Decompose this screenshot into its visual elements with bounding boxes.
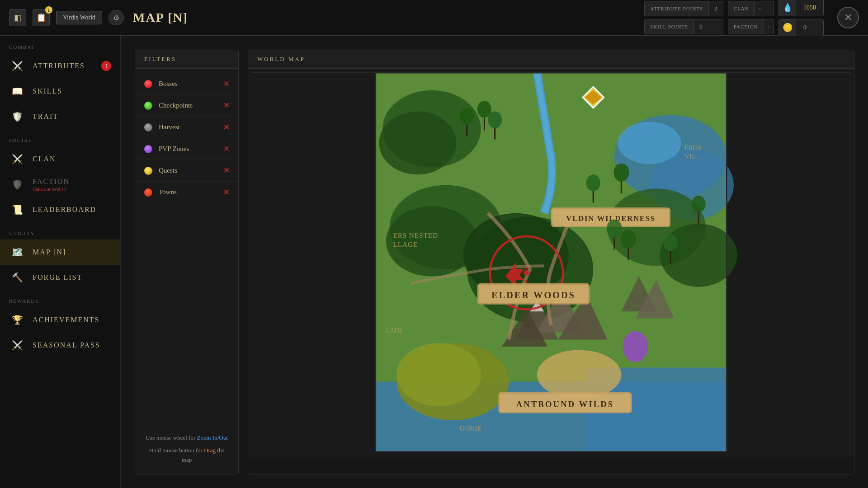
sidebar-item-map[interactable]: 🗺️ MAP [N] — [0, 239, 120, 265]
checkpoints-dot — [144, 102, 152, 110]
quests-label: Quests — [159, 167, 217, 174]
harvest-dot — [144, 123, 152, 131]
forge-icon: 🔨 — [9, 269, 25, 286]
skill-points-label: SKILL POINTS — [645, 19, 694, 34]
sidebar-item-forgelist[interactable]: 🔨 FORGE LIST — [0, 265, 120, 290]
currency2-icon: 🪙 — [779, 19, 796, 36]
sidebar-item-leaderboard[interactable]: 📜 LEADERBOARD — [0, 197, 120, 222]
faction-icon: 🛡️ — [9, 176, 25, 192]
sidebar-item-achievements[interactable]: 🏆 ACHIEVEMENTS — [0, 307, 120, 333]
trait-label: TRAIT — [33, 113, 58, 121]
filter-instructions: Use mouse wheel for Zoom In/Out Hold mou… — [135, 424, 238, 474]
clan-label: CLAN — [728, 1, 755, 16]
svg-point-24 — [537, 350, 621, 399]
filters-header: FILTERS — [135, 50, 238, 69]
trait-icon: 🛡️ — [9, 108, 25, 125]
notification-badge: 1 — [45, 6, 52, 14]
towns-toggle[interactable]: ✕ — [223, 188, 229, 197]
svg-text:ELDER WOODS: ELDER WOODS — [491, 290, 576, 300]
harvest-toggle[interactable]: ✕ — [223, 123, 229, 131]
clan-icon: ⚔️ — [9, 151, 25, 167]
quests-dot — [144, 167, 152, 175]
pvp-dot — [144, 145, 152, 153]
sidebar-item-faction[interactable]: 🛡️ FACTION Unlock at level 10 — [0, 172, 120, 197]
map-container[interactable]: VLDIN WILDERNESS ELDER WOODS ANTBOUND WI… — [252, 72, 850, 452]
svg-point-63 — [692, 196, 706, 212]
currency1-amount: 1050 — [796, 4, 823, 11]
harvest-label: Harvest — [159, 123, 217, 131]
checkpoints-toggle[interactable]: ✕ — [223, 101, 229, 110]
world-map-svg[interactable]: VLDIN WILDERNESS ELDER WOODS ANTBOUND WI… — [252, 73, 850, 452]
sidebar-item-attributes[interactable]: ⚔️ ATTRIBUTES ! — [0, 53, 120, 79]
settings-icon[interactable]: ⚙ — [108, 10, 124, 25]
clan-stat: CLAN - — [728, 1, 774, 16]
seasonalpass-icon: ⚔️ — [9, 337, 25, 353]
sidebar-item-clan[interactable]: ⚔️ CLAN — [0, 146, 120, 172]
sidebar-item-trait[interactable]: 🛡️ TRAIT — [0, 104, 120, 129]
sidebar-item-seasonalpass[interactable]: ⚔️ SEASONAL PASS — [0, 333, 120, 358]
attribute-points-stat: ATTRIBUTE POINTS 2 — [644, 1, 723, 16]
inventory-icon[interactable]: ◧ — [9, 9, 26, 26]
currency2-amount: 0 — [796, 24, 814, 31]
skills-label: SKILLS — [33, 87, 62, 95]
leaderboard-label: LEADERBOARD — [33, 206, 96, 214]
towns-label: Towns — [159, 188, 217, 196]
bosses-toggle[interactable]: ✕ — [223, 80, 229, 88]
filters-panel: FILTERS Bosses ✕ Checkpoints ✕ Harvest ✕… — [135, 50, 239, 474]
svg-point-7 — [379, 111, 456, 174]
world-tab[interactable]: Virdis World — [56, 11, 102, 24]
filter-towns[interactable]: Towns ✕ — [135, 182, 238, 203]
svg-text:VIL...: VIL... — [684, 153, 702, 160]
faction-nav-label: FACTION Unlock at level 10 — [33, 178, 70, 192]
faction-label: FACTION — [728, 19, 764, 34]
sidebar: COMBAT ⚔️ ATTRIBUTES ! 📖 SKILLS 🛡️ TRAIT… — [0, 36, 121, 488]
filter-bosses[interactable]: Bosses ✕ — [135, 73, 238, 95]
svg-point-37 — [524, 270, 529, 276]
svg-point-35 — [586, 174, 600, 191]
sidebar-item-skills[interactable]: 📖 SKILLS — [0, 79, 120, 104]
section-combat: COMBAT — [0, 36, 120, 53]
svg-point-23 — [396, 343, 481, 406]
clan-nav-label: CLAN — [33, 155, 56, 163]
quests-toggle[interactable]: ✕ — [223, 166, 229, 175]
svg-point-27 — [460, 108, 474, 125]
filter-checkpoints[interactable]: Checkpoints ✕ — [135, 95, 238, 117]
pvpzones-toggle[interactable]: ✕ — [223, 145, 229, 153]
leaderboard-icon: 📜 — [9, 202, 25, 218]
attribute-points-value: 2 — [709, 5, 723, 12]
filter-harvest[interactable]: Harvest ✕ — [135, 117, 238, 138]
attributes-alert: ! — [101, 61, 111, 71]
inventory-icon-wrap: ◧ — [9, 9, 26, 26]
close-button[interactable]: ✕ — [837, 7, 859, 28]
achievements-icon: 🏆 — [9, 312, 25, 328]
map-header: WORLD MAP — [248, 50, 854, 69]
currency1-box: 💧 1050 — [778, 0, 824, 16]
svg-point-57 — [607, 220, 622, 238]
svg-point-61 — [664, 234, 678, 251]
currency1-icon: 💧 — [779, 0, 796, 16]
filter-list: Bosses ✕ Checkpoints ✕ Harvest ✕ PVP Zon… — [135, 69, 238, 208]
skills-icon: 📖 — [9, 83, 25, 99]
skill-points-value: 0 — [694, 23, 708, 30]
faction-stat: FACTION - — [728, 19, 774, 34]
skill-points-stat: SKILL POINTS 0 — [644, 19, 723, 34]
bosses-dot — [144, 80, 152, 88]
svg-point-5 — [618, 122, 681, 164]
page-title: MAP [N] — [133, 10, 188, 25]
section-rewards: REWARDS — [0, 290, 120, 307]
filter-pvpzones[interactable]: PVP Zones ✕ — [135, 138, 238, 160]
svg-point-31 — [488, 111, 502, 128]
section-utility: UTILITY — [0, 222, 120, 239]
svg-text:FROS: FROS — [684, 145, 702, 151]
currency2-box: 🪙 0 — [778, 19, 824, 36]
svg-text:GORGE: GORGE — [460, 425, 481, 432]
bosses-label: Bosses — [159, 80, 217, 88]
map-bottom-bar — [248, 456, 854, 474]
svg-point-25 — [623, 331, 648, 362]
svg-text:ANTBOUND WILDS: ANTBOUND WILDS — [516, 399, 614, 409]
checkpoints-label: Checkpoints — [159, 102, 217, 109]
towns-dot — [144, 188, 152, 197]
attributes-label: ATTRIBUTES — [33, 62, 85, 70]
filter-quests[interactable]: Quests ✕ — [135, 160, 238, 182]
svg-text:ERS NESTED: ERS NESTED — [393, 231, 438, 239]
